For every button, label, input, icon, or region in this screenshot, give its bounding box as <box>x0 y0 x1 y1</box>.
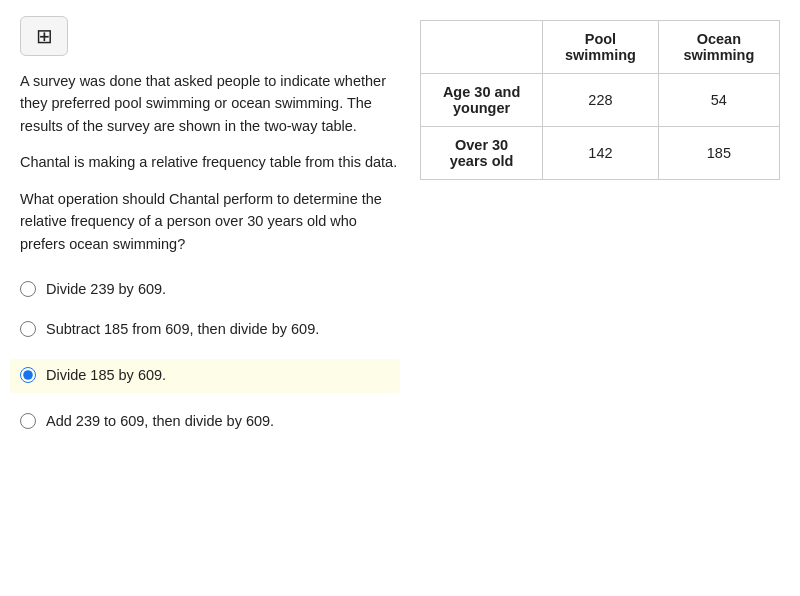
options-section: Divide 239 by 609. Subtract 185 from 609… <box>20 279 400 432</box>
paragraph-3: What operation should Chantal perform to… <box>20 188 400 255</box>
left-panel: ⊞ A survey was done that asked people to… <box>20 16 400 450</box>
table-row-2: Over 30 years old 142 185 <box>421 127 780 180</box>
option-1-item: Divide 239 by 609. <box>20 279 400 301</box>
option-1-radio[interactable] <box>20 281 36 297</box>
table-row-2-label: Over 30 years old <box>421 127 543 180</box>
option-2-label[interactable]: Subtract 185 from 609, then divide by 60… <box>46 319 319 341</box>
option-4-item: Add 239 to 609, then divide by 609. <box>20 411 400 433</box>
table-row-1-label: Age 30 and younger <box>421 74 543 127</box>
table-header-ocean: Ocean swimming <box>658 21 779 74</box>
table-header-pool: Pool swimming <box>543 21 659 74</box>
table-row-1: Age 30 and younger 228 54 <box>421 74 780 127</box>
table-row-2-pool: 142 <box>543 127 659 180</box>
option-4-radio[interactable] <box>20 413 36 429</box>
option-2-radio[interactable] <box>20 321 36 337</box>
table-header-empty <box>421 21 543 74</box>
option-3-label[interactable]: Divide 185 by 609. <box>46 365 166 387</box>
paragraph-1: A survey was done that asked people to i… <box>20 70 400 137</box>
calculator-icon: ⊞ <box>36 24 53 48</box>
table-row-1-ocean: 54 <box>658 74 779 127</box>
calculator-icon-box: ⊞ <box>20 16 68 56</box>
table-row-1-pool: 228 <box>543 74 659 127</box>
right-panel: Pool swimming Ocean swimming Age 30 and … <box>420 16 780 450</box>
option-2-item: Subtract 185 from 609, then divide by 60… <box>20 319 400 341</box>
paragraph-2: Chantal is making a relative frequency t… <box>20 151 400 173</box>
option-3-item: Divide 185 by 609. <box>10 359 400 393</box>
option-4-label[interactable]: Add 239 to 609, then divide by 609. <box>46 411 274 433</box>
data-table: Pool swimming Ocean swimming Age 30 and … <box>420 20 780 180</box>
option-3-radio[interactable] <box>20 367 36 383</box>
option-1-label[interactable]: Divide 239 by 609. <box>46 279 166 301</box>
table-row-2-ocean: 185 <box>658 127 779 180</box>
